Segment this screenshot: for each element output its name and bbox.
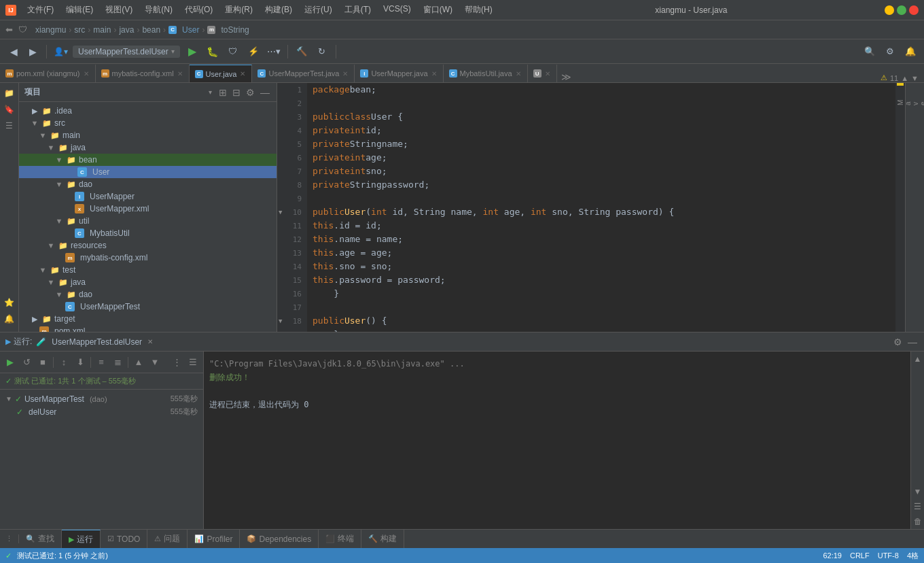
tree-item-usermapper[interactable]: I UserMapper [19, 190, 277, 203]
favorites-icon[interactable]: ⭐ [2, 295, 17, 310]
tree-item-dao2[interactable]: ▼ 📁 dao [19, 288, 277, 301]
search-everywhere[interactable]: 🔍 [861, 44, 878, 60]
run-button[interactable]: ▶ [184, 44, 200, 60]
notification-icon[interactable]: 🔔 [2, 311, 17, 326]
menu-view[interactable]: 视图(V) [100, 3, 138, 17]
test-next-btn[interactable]: ▼ [147, 355, 162, 370]
breadcrumb-project[interactable]: xiangmu [35, 25, 66, 35]
tree-item-usermapper-xml[interactable]: x UserMapper.xml [19, 203, 277, 215]
panel-minimize[interactable]: — [259, 86, 271, 99]
status-crlf[interactable]: CRLF [850, 551, 870, 560]
test-stop-btn[interactable]: ■ [35, 355, 50, 370]
build-project[interactable]: 🔨 [294, 44, 310, 60]
settings-button[interactable]: ⚙ [882, 44, 898, 60]
more-run-options[interactable]: ⋯▾ [266, 44, 282, 60]
scroll-clear-btn[interactable]: 🗑 [911, 514, 925, 529]
maximize-button[interactable] [897, 5, 906, 15]
structure-icon[interactable]: ☰ [2, 118, 17, 133]
tree-item-main[interactable]: ▼ 📁 main [19, 129, 277, 141]
breadcrumb-main[interactable]: main [93, 25, 111, 35]
status-indent[interactable]: 4格 [907, 551, 919, 561]
panel-settings[interactable]: ⚙ [245, 86, 256, 99]
tree-item-pom[interactable]: m pom.xml [19, 325, 277, 332]
tab-close-usermapper[interactable]: ✕ [431, 69, 438, 78]
tab-pom[interactable]: m pom.xml (xiangmu) ✕ [0, 65, 96, 82]
run-tab-close[interactable]: ✕ [147, 338, 153, 345]
breadcrumb-tostring[interactable]: toString [221, 25, 249, 35]
breadcrumb-bean[interactable]: bean [142, 25, 160, 35]
run-config-dropdown[interactable]: 👤▾ [52, 44, 69, 60]
status-charset[interactable]: UTF-8 [878, 551, 899, 560]
tree-item-target[interactable]: ▶ 📁 target [19, 313, 277, 325]
tab-usermapper[interactable]: I UserMapper.java ✕ [355, 65, 443, 82]
tab-close-user[interactable]: ✕ [239, 69, 246, 78]
test-item-deluser[interactable]: ✓ delUser 555毫秒 [0, 405, 203, 418]
menu-edit[interactable]: 编辑(E) [60, 3, 99, 17]
tab-close-u[interactable]: ✕ [544, 69, 551, 78]
forward-button[interactable]: ▶ [24, 44, 41, 60]
tab-mybatisutil[interactable]: C MybatisUtil.java ✕ [444, 65, 528, 82]
tab-close-mybatisutil[interactable]: ✕ [515, 69, 522, 78]
scroll-list-btn[interactable]: ☰ [911, 499, 924, 514]
test-run-btn[interactable]: ▶ [3, 355, 18, 370]
menu-code[interactable]: 代码(O) [179, 3, 218, 17]
menu-refactor[interactable]: 重构(R) [219, 3, 258, 17]
tab-close-pom[interactable]: ✕ [83, 69, 90, 78]
panel-settings-btn[interactable]: ⚙ [892, 335, 904, 349]
tree-item-idea[interactable]: ▶ 📁 .idea [19, 105, 277, 117]
menu-build[interactable]: 构建(B) [260, 3, 298, 17]
menu-window[interactable]: 窗口(W) [418, 3, 458, 17]
tab-profiler[interactable]: 📊 Profiler [188, 530, 240, 549]
debug-button[interactable]: 🐛 [205, 44, 221, 60]
test-more-btn[interactable]: ⋮ [169, 355, 184, 370]
tree-item-usermappertest[interactable]: C UserMapperTest [19, 301, 277, 313]
run-with-coverage[interactable]: 🛡 [225, 44, 241, 60]
test-expand-btn[interactable]: ≡ [94, 355, 109, 370]
panel-collapse-all[interactable]: ⊟ [231, 86, 242, 99]
status-position[interactable]: 62:19 [823, 551, 842, 560]
minimize-button[interactable] [885, 5, 894, 15]
menu-run[interactable]: 运行(U) [299, 3, 338, 17]
tab-close-usermappertest[interactable]: ✕ [342, 69, 349, 78]
code-content[interactable]: package bean; public class User { privat… [307, 83, 895, 332]
test-filter-btn[interactable]: ⬇ [73, 355, 88, 370]
tree-item-resources[interactable]: ▼ 📁 resources [19, 239, 277, 252]
panel-close-btn[interactable]: — [906, 335, 919, 349]
run-configuration[interactable]: UserMapperTest.delUser ▾ [73, 46, 180, 58]
tree-item-bean[interactable]: ▼ 📁 bean [19, 154, 277, 166]
tab-run[interactable]: ▶ 运行 [62, 530, 101, 549]
tab-close-mybatis[interactable]: ✕ [177, 69, 183, 78]
tree-item-src[interactable]: ▼ 📁 src [19, 117, 277, 129]
test-sort-btn[interactable]: ↕ [56, 355, 71, 370]
tab-build[interactable]: 🔨 构建 [361, 530, 404, 549]
maven-icon[interactable]: Maven [910, 86, 920, 120]
test-item-usermappertest[interactable]: ▼ ✓ UserMapperTest (dao) 555毫秒 [0, 392, 203, 405]
code-editor[interactable]: 1 2 3 4 5 6 7 8 9 ▼10 11 12 13 14 15 16 … [277, 83, 905, 332]
tab-usermappertest[interactable]: C UserMapperTest.java ✕ [252, 65, 355, 82]
tab-mybatis[interactable]: m mybatis-config.xml ✕ [96, 65, 190, 82]
menu-help[interactable]: 帮助(H) [459, 3, 498, 17]
tab-user[interactable]: C User.java ✕ [190, 65, 253, 82]
panel-expand-all[interactable]: ⊞ [217, 86, 228, 99]
tab-search[interactable]: 🔍 查找 [19, 530, 62, 549]
breadcrumb-user[interactable]: User [182, 25, 199, 35]
tab-terminal[interactable]: ⬛ 终端 [319, 530, 361, 549]
test-collapse-btn[interactable]: ≣ [110, 355, 125, 370]
sync-project[interactable]: ↻ [314, 44, 330, 60]
fold-indicator-18[interactable]: ▼ [279, 318, 282, 324]
tree-item-util[interactable]: ▼ 📁 util [19, 215, 277, 227]
tree-item-mybatis-xml[interactable]: m mybatis-config.xml [19, 252, 277, 264]
fold-indicator-10[interactable]: ▼ [279, 209, 282, 216]
tree-item-user[interactable]: C User [19, 166, 277, 178]
tree-item-test[interactable]: ▼ 📁 test [19, 264, 277, 276]
tab-overflow[interactable]: ≫ [557, 71, 575, 82]
menu-tools[interactable]: 工具(T) [339, 3, 376, 17]
tab-u[interactable]: U ✕ [528, 65, 557, 82]
bookmark-icon[interactable]: 🔖 [2, 102, 17, 117]
test-tree[interactable]: ▼ ✓ UserMapperTest (dao) 555毫秒 ✓ delUser… [0, 390, 203, 529]
test-run-failed-btn[interactable]: ↺ [19, 355, 34, 370]
tree-item-java[interactable]: ▼ 📁 java [19, 141, 277, 154]
test-list-btn[interactable]: ☰ [185, 355, 200, 370]
project-tool-icon[interactable]: 📁 [2, 86, 17, 101]
back-button[interactable]: ◀ [5, 44, 22, 60]
